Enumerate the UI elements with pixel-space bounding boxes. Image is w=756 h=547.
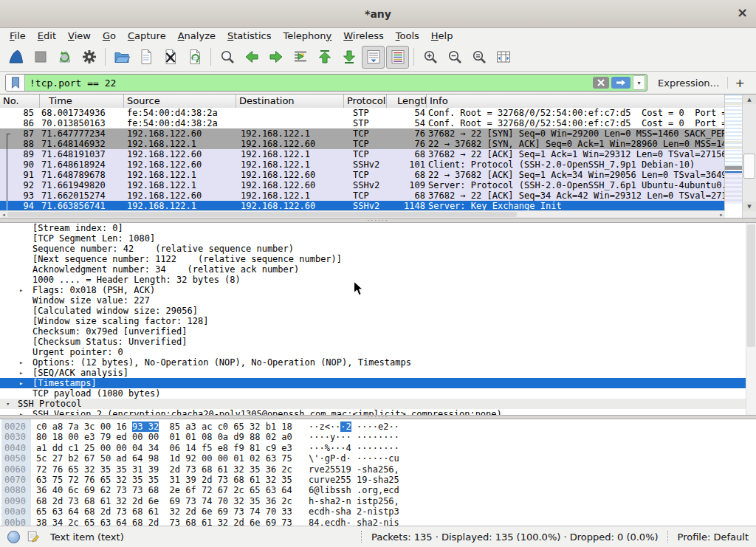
detail-line[interactable]: [Next sequence number: 1122 (relative se… — [0, 254, 756, 264]
go-back-button[interactable] — [240, 46, 263, 69]
hex-ascii[interactable]: ···%···4 ········ — [309, 443, 399, 453]
detail-line[interactable]: Acknowledgment number: 34 (relative ack … — [0, 264, 756, 275]
detail-line[interactable]: Checksum: 0x79ed [unverified] — [0, 326, 756, 337]
go-forward-button[interactable] — [264, 46, 287, 69]
column-header-source[interactable]: Source — [124, 94, 236, 108]
packet-row-87[interactable]: 8771.647777234192.168.122.60192.168.122.… — [0, 128, 725, 139]
menu-analyze[interactable]: Analyze — [172, 30, 221, 41]
colorize-button[interactable] — [386, 46, 409, 69]
hex-bytes[interactable]: c0 a8 7a 3c 00 16 93 32 85 a3 ac c0 65 3… — [36, 422, 292, 432]
column-header-no[interactable]: No. — [0, 94, 40, 108]
menu-wireless[interactable]: Wireless — [337, 30, 389, 41]
hex-ascii[interactable]: ····y··· ········ — [309, 432, 399, 442]
hex-bytes[interactable]: 36 40 6c 69 62 73 73 68 2e 6f 72 67 2c 6… — [36, 485, 292, 495]
detail-line[interactable]: [Window size scaling factor: 128] — [0, 316, 756, 326]
add-filter-button[interactable]: + — [735, 76, 745, 90]
detail-line[interactable]: ▸Flags: 0x018 (PSH, ACK) — [0, 285, 756, 295]
packet-list-vscrollbar[interactable]: ▲ ▼ — [742, 94, 756, 218]
hex-row-0070[interactable]: 007063 75 72 76 65 32 35 35 31 39 2d 73 … — [0, 475, 756, 485]
hex-ascii[interactable]: ··z<···2 ····e2·· — [309, 422, 399, 432]
hex-ascii[interactable]: ecdh-sha 2-nistp3 — [309, 506, 399, 517]
packet-row-90[interactable]: 9071.648618924192.168.122.60192.168.122.… — [0, 159, 725, 170]
detail-line[interactable]: 1000 .... = Header Length: 32 bytes (8) — [0, 275, 756, 285]
clear-filter-button[interactable] — [593, 77, 609, 89]
menu-view[interactable]: View — [62, 30, 97, 41]
detail-line[interactable]: ▸[Timestamps] — [0, 378, 756, 388]
scroll-up-arrow[interactable]: ▲ — [743, 94, 756, 104]
expander-open-icon[interactable]: ▾ — [6, 399, 10, 409]
zoom-out-button[interactable] — [443, 46, 466, 69]
expander-closed-icon[interactable]: ▸ — [19, 285, 23, 295]
hex-bytes[interactable]: 5c 27 b2 67 50 ad 64 98 1d 92 00 00 01 0… — [36, 453, 292, 464]
hex-bytes[interactable]: 65 63 64 68 2d 73 68 61 32 2d 6e 69 73 7… — [36, 506, 292, 517]
hex-ascii[interactable]: 6@libssh .org,ecd — [309, 485, 399, 495]
menu-telephony[interactable]: Telephony — [277, 30, 337, 41]
hex-row-00a0[interactable]: 00a065 63 64 68 2d 73 68 61 32 2d 6e 69 … — [0, 506, 756, 517]
hex-row-0020[interactable]: 0020c0 a8 7a 3c 00 16 93 32 85 a3 ac c0 … — [0, 422, 756, 432]
column-header-time[interactable]: Time — [40, 94, 124, 108]
pane-splitter[interactable]: ······ — [0, 218, 756, 223]
menu-statistics[interactable]: Statistics — [221, 30, 278, 41]
column-header-info[interactable]: Info — [427, 94, 756, 108]
detail-line[interactable]: ▸[SEQ/ACK analysis] — [0, 368, 756, 378]
menu-capture[interactable]: Capture — [122, 30, 172, 41]
expander-closed-icon[interactable]: ▸ — [19, 357, 23, 368]
packet-list-minimap[interactable] — [724, 94, 743, 218]
detail-line[interactable]: ▸SSH Version 2 (encryption:chacha20-poly… — [0, 409, 756, 415]
detail-line[interactable]: [TCP Segment Len: 1080] — [0, 233, 756, 244]
display-filter-input[interactable]: !tcp.port == 22 — [25, 78, 593, 89]
restart-capture-button[interactable] — [53, 46, 76, 69]
hex-bytes[interactable]: 72 76 65 32 35 35 31 39 2d 73 68 61 32 3… — [36, 464, 292, 475]
hex-bytes[interactable]: 68 2d 73 68 61 32 2d 6e 69 73 74 70 32 3… — [36, 496, 292, 506]
menu-go[interactable]: Go — [97, 30, 122, 41]
hex-row-0050[interactable]: 00505c 27 b2 67 50 ad 64 98 1d 92 00 00 … — [0, 453, 756, 464]
column-header-protocol[interactable]: Protocol — [344, 94, 387, 108]
detail-line[interactable]: ▸Options: (12 bytes), No-Operation (NOP)… — [0, 357, 756, 368]
find-packet-button[interactable] — [216, 46, 238, 69]
reload-file-button[interactable] — [183, 46, 206, 69]
packet-row-92[interactable]: 9271.661949820192.168.122.1192.168.122.6… — [0, 180, 725, 190]
expander-closed-icon[interactable]: ▸ — [19, 368, 23, 378]
hex-ascii[interactable]: \'·gP·d· ······cu — [309, 453, 399, 464]
expert-info-button[interactable] — [7, 531, 20, 543]
display-filter-field[interactable]: !tcp.port == 22 ▾ — [5, 74, 647, 92]
statusbar-profile[interactable]: Profile: Default — [678, 531, 749, 543]
detail-scroll-thumb[interactable] — [747, 224, 755, 347]
hex-bytes[interactable]: a1 dd c1 25 00 00 04 34 06 14 f5 e8 f9 8… — [36, 443, 292, 453]
detail-vscrollbar[interactable] — [746, 223, 756, 415]
filter-history-dropdown[interactable]: ▾ — [633, 75, 645, 90]
detail-line[interactable]: [Calculated window size: 29056] — [0, 306, 756, 316]
packet-row-94[interactable]: 9471.663856741192.168.122.1192.168.122.6… — [0, 201, 725, 211]
start-capture-button[interactable] — [4, 46, 27, 69]
column-header-destination[interactable]: Destination — [236, 94, 344, 108]
scroll-right-arrow[interactable]: ▸ — [718, 211, 725, 218]
menu-help[interactable]: Help — [425, 30, 459, 41]
auto-scroll-button[interactable] — [362, 46, 385, 69]
expander-closed-icon[interactable]: ▸ — [19, 378, 23, 388]
go-last-button[interactable] — [337, 46, 360, 69]
detail-line[interactable]: [Stream index: 0] — [0, 223, 756, 233]
filter-bookmark-button[interactable] — [6, 75, 25, 91]
go-first-button[interactable] — [313, 46, 336, 69]
hex-row-0040[interactable]: 0040a1 dd c1 25 00 00 04 34 06 14 f5 e8 … — [0, 443, 756, 453]
go-to-packet-button[interactable] — [289, 46, 312, 69]
detail-line[interactable]: Sequence number: 42 (relative sequence n… — [0, 244, 756, 254]
hex-ascii[interactable]: curve255 19-sha25 — [309, 475, 399, 485]
zoom-original-button[interactable] — [467, 46, 490, 69]
packet-row-93[interactable]: 9371.662015274192.168.122.60192.168.122.… — [0, 190, 725, 201]
packet-row-88[interactable]: 8871.648146932192.168.122.1192.168.122.6… — [0, 139, 725, 149]
detail-line[interactable]: Urgent pointer: 0 — [0, 347, 756, 357]
expander-closed-icon[interactable]: ▸ — [19, 409, 23, 415]
menu-edit[interactable]: Edit — [32, 30, 62, 41]
packet-row-91[interactable]: 9171.648789678192.168.122.1192.168.122.6… — [0, 170, 725, 180]
menu-file[interactable]: File — [4, 30, 32, 41]
zoom-in-button[interactable] — [419, 46, 441, 69]
hex-bytes[interactable]: 63 75 72 76 65 32 35 35 31 39 2d 73 68 6… — [36, 475, 292, 485]
packet-list-hscrollbar[interactable]: ◂ ▸ — [0, 210, 725, 218]
hex-row-0030[interactable]: 003080 18 00 e3 79 ed 00 00 01 01 08 0a … — [0, 432, 756, 442]
detail-line[interactable]: Window size value: 227 — [0, 295, 756, 306]
close-window-button[interactable]: × — [737, 5, 748, 20]
hex-row-0060[interactable]: 006072 76 65 32 35 35 31 39 2d 73 68 61 … — [0, 464, 756, 475]
column-header-length[interactable]: Length — [387, 94, 427, 108]
apply-filter-button[interactable] — [611, 77, 630, 89]
